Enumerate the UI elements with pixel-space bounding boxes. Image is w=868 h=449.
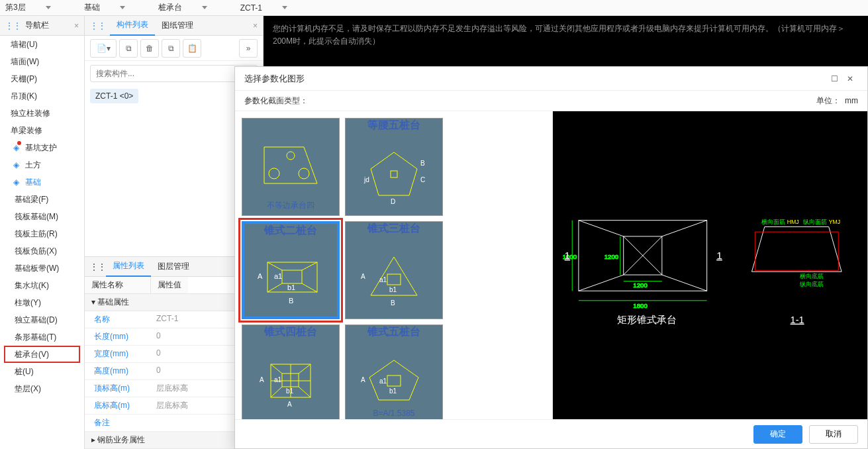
nav-item[interactable]: ◈土方: [0, 156, 84, 174]
svg-text:纵向底筋: 纵向底筋: [800, 281, 824, 287]
close-icon[interactable]: ✕: [842, 74, 858, 83]
nav-item[interactable]: 独立柱装修: [0, 105, 84, 122]
shape-card[interactable]: 不等边承台四: [242, 118, 340, 216]
close-icon[interactable]: ×: [253, 21, 258, 30]
shape-caption: B=A/1.5385: [373, 409, 414, 418]
nav-item[interactable]: 天棚(P): [0, 70, 84, 87]
svg-text:A: A: [287, 401, 292, 408]
svg-text:1200: 1200: [604, 253, 619, 260]
svg-line-10: [267, 262, 282, 270]
dup-button[interactable]: ⧉: [162, 39, 180, 58]
svg-line-12: [267, 283, 282, 292]
svg-point-2: [287, 152, 295, 160]
nav-item[interactable]: 基础板带(W): [0, 260, 84, 277]
svg-line-53: [579, 275, 624, 291]
category-icon: ◈: [11, 177, 21, 187]
svg-text:横向面筋: 横向面筋: [761, 219, 785, 225]
svg-text:b1: b1: [389, 286, 397, 293]
nav-item[interactable]: 垫层(X): [0, 380, 84, 397]
tab-layers[interactable]: 图层管理: [151, 257, 196, 277]
svg-rect-35: [387, 375, 401, 386]
svg-text:A: A: [258, 272, 263, 280]
nav-label: 垫层(X): [15, 383, 41, 395]
component-item[interactable]: ZCT-1 <0>: [90, 89, 138, 103]
cat3-select[interactable]: ZCT-1: [240, 3, 307, 13]
nav-label: 集水坑(K): [15, 280, 49, 291]
svg-text:1: 1: [716, 250, 722, 261]
svg-line-26: [299, 364, 311, 374]
svg-text:1200: 1200: [633, 281, 648, 289]
nav-item[interactable]: 集水坑(K): [0, 277, 84, 294]
paste-button[interactable]: 📋: [183, 39, 201, 58]
cat2-select[interactable]: 桩承台: [158, 2, 227, 13]
nav-item[interactable]: 吊顶(K): [0, 87, 84, 105]
category-icon: ◈: [11, 160, 21, 170]
nav-label: 吊顶(K): [11, 91, 37, 102]
shape-card[interactable]: 等腰五桩台BCjdD: [345, 118, 443, 216]
more-button[interactable]: »: [239, 39, 258, 58]
nav-label: 基坑支护: [25, 142, 57, 154]
svg-text:横向底筋: 横向底筋: [800, 273, 824, 279]
shape-card[interactable]: 锥式五桩台Aa1b1B=A/1.5385: [345, 324, 443, 419]
prop-key: 长度(mm): [85, 328, 151, 345]
nav-item[interactable]: 单梁装修: [0, 122, 84, 139]
nav-label: 基础板带(W): [15, 263, 59, 274]
tab-properties[interactable]: 属性列表: [106, 257, 151, 277]
nav-item[interactable]: 柱墩(Y): [0, 294, 84, 311]
shape-grid: 不等边承台四等腰五桩台BCjdD锥式二桩台Aa1b1B锥式三桩台Aa1b1B锥式…: [235, 111, 553, 419]
nav-label: 土方: [25, 160, 41, 171]
shape-dialog: 选择参数化图形 ☐ ✕ 参数化截面类型： 单位： mm 不等边承台四等腰五桩台B…: [234, 66, 868, 449]
svg-line-27: [271, 387, 282, 397]
shape-diagram: BCjdD: [358, 135, 430, 215]
shape-card[interactable]: 锥式二桩台Aa1b1B: [242, 221, 340, 319]
prop-key: 高度(mm): [85, 363, 151, 379]
nav-label: 墙面(W): [11, 56, 39, 68]
svg-rect-9: [282, 270, 302, 283]
nav-item[interactable]: ◈基础: [0, 174, 84, 191]
nav-item[interactable]: 筏板负筋(X): [0, 242, 84, 260]
copy-button[interactable]: ⧉: [119, 39, 138, 58]
nav-item[interactable]: 独立基础(D): [0, 311, 84, 328]
nav-label: 墙裙(U): [11, 39, 38, 50]
cat1-select[interactable]: 基础: [84, 2, 145, 13]
svg-text:A: A: [361, 376, 365, 383]
shape-card[interactable]: 锥式三桩台Aa1b1B: [345, 221, 443, 319]
tab-drawing-mgmt[interactable]: 图纸管理: [155, 16, 200, 36]
svg-text:A: A: [361, 273, 365, 280]
nav-label: 独立柱装修: [11, 108, 50, 119]
ok-button[interactable]: 确定: [753, 425, 802, 444]
nav-label: 柱墩(Y): [15, 297, 41, 309]
shape-card[interactable]: 锥式四桩台Aa1b1A: [242, 324, 340, 419]
svg-text:矩形锥式承台: 矩形锥式承台: [617, 315, 677, 325]
nav-item[interactable]: 墙面(W): [0, 53, 84, 70]
dialog-title: 选择参数化图形: [244, 73, 826, 85]
svg-rect-3: [391, 171, 397, 177]
nav-item[interactable]: 筏板基础(M): [0, 208, 84, 225]
nav-item[interactable]: ◈基坑支护: [0, 139, 84, 156]
level-select[interactable]: 第3层: [5, 2, 71, 13]
nav-item[interactable]: 桩(U): [0, 363, 84, 380]
close-icon[interactable]: ×: [74, 21, 79, 30]
nav-item[interactable]: 桩承台(V): [4, 346, 80, 363]
nav-item[interactable]: 筏板主筋(R): [0, 225, 84, 242]
svg-rect-18: [387, 274, 401, 285]
delete-button[interactable]: 🗑: [140, 39, 159, 58]
nav-item[interactable]: 基础梁(F): [0, 191, 84, 208]
nav-item[interactable]: 条形基础(T): [0, 328, 84, 346]
svg-text:b1: b1: [286, 387, 294, 395]
shape-title: 锥式四桩台: [264, 325, 317, 339]
tab-component-list[interactable]: 构件列表: [110, 16, 155, 36]
chevron-down-icon: [282, 6, 287, 9]
cancel-button[interactable]: 取消: [809, 425, 858, 444]
nav-item[interactable]: 墙裙(U): [0, 36, 84, 53]
svg-text:b1: b1: [389, 387, 397, 395]
new-button[interactable]: 📄▾: [90, 39, 117, 58]
svg-text:YMJ: YMJ: [829, 219, 840, 225]
maximize-icon[interactable]: ☐: [826, 74, 842, 83]
svg-line-25: [271, 364, 282, 374]
search-input[interactable]: [90, 65, 258, 82]
shape-diagram: Aa1b1: [358, 342, 430, 419]
alert-dot-icon: [17, 141, 21, 145]
svg-text:jd: jd: [363, 176, 369, 183]
dialog-subtitle: 参数化截面类型：: [244, 95, 308, 107]
